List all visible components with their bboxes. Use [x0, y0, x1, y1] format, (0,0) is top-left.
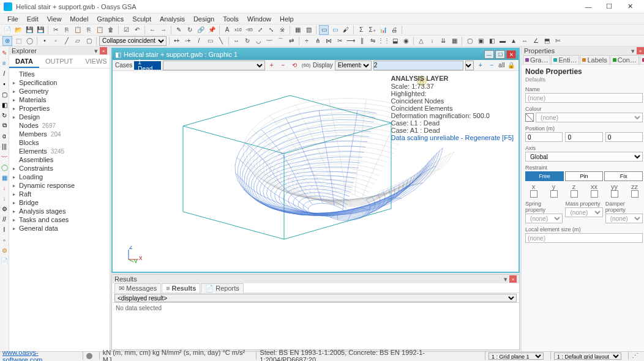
cube-icon[interactable]: ◧	[487, 36, 496, 46]
connect-icon[interactable]: ⇄	[286, 36, 296, 46]
grid-icon[interactable]: ▦	[293, 25, 302, 35]
add-elem-icon[interactable]: ▫+	[183, 36, 193, 46]
new-icon[interactable]: 📄	[2, 25, 12, 35]
tree-item[interactable]: Members204	[9, 130, 110, 138]
restraint-fix-button[interactable]: Fix	[604, 171, 643, 181]
record-icon[interactable]	[86, 353, 92, 359]
tree-item[interactable]: ▸Bridge	[9, 198, 110, 207]
ptab-graphics[interactable]: Gra…	[523, 55, 550, 65]
rail-line-icon[interactable]: /	[0, 69, 9, 78]
close-panel-icon[interactable]: ×	[637, 47, 644, 54]
tab-messages[interactable]: ✉Messages	[114, 283, 161, 293]
menu-view[interactable]: View	[43, 15, 66, 23]
dof-checkbox[interactable]: y	[550, 183, 558, 198]
rotate-icon[interactable]: ↻	[242, 36, 252, 46]
pin-icon[interactable]: ▾	[629, 47, 637, 54]
cursor-icon[interactable]: ⊕	[2, 36, 12, 46]
pos-x-input[interactable]	[525, 132, 563, 142]
delete-icon[interactable]: 🗑	[106, 25, 116, 35]
ptab-entities[interactable]: Enti…	[551, 55, 579, 65]
gridplane-select[interactable]: 1 : Grid plane 1	[489, 352, 544, 360]
entity-input[interactable]	[373, 61, 463, 70]
case-remove-icon[interactable]: −	[278, 61, 288, 70]
rail-iii-icon[interactable]: |||	[0, 142, 9, 151]
brush-icon[interactable]: 🖌	[341, 25, 351, 35]
dof-checkbox[interactable]: x	[530, 183, 537, 198]
diag-tool-icon[interactable]: ╲	[216, 36, 226, 46]
revolve-icon[interactable]: ◉	[401, 36, 411, 46]
curve-icon[interactable]: ⌒	[275, 36, 285, 46]
x85-icon[interactable]: ÷85	[244, 25, 254, 35]
load-icon[interactable]: ↓	[427, 36, 437, 46]
tab-reports[interactable]: 📄Reports	[201, 283, 244, 293]
rail-down-icon[interactable]: ↓	[0, 184, 9, 192]
move-icon[interactable]: ↔	[231, 36, 241, 46]
copy2-icon[interactable]: ⎘	[84, 25, 94, 35]
text-icon[interactable]: A	[222, 25, 232, 35]
restraint-free-button[interactable]: Free	[525, 171, 564, 181]
extend-icon[interactable]: ⟶	[346, 36, 356, 46]
tab-data[interactable]: DATA	[9, 55, 39, 68]
checkbox-icon[interactable]	[631, 190, 638, 198]
split-icon[interactable]: ⋔	[313, 36, 323, 46]
pin-icon[interactable]: 📌	[207, 25, 217, 35]
gridlayout-select[interactable]: 1 : Default grid layout	[554, 352, 621, 360]
save-icon[interactable]: 💾	[24, 25, 34, 35]
pencil-icon[interactable]: ✎	[174, 25, 184, 35]
menu-window[interactable]: Window	[244, 15, 275, 23]
tree-item[interactable]: ▸Tasks and cases	[9, 215, 110, 224]
spline-icon[interactable]: 〰	[264, 36, 274, 46]
support-icon[interactable]: △	[416, 36, 426, 46]
colour-select[interactable]: (none)	[536, 113, 643, 122]
symbol-icon[interactable]: ※	[277, 25, 287, 35]
case-add-icon[interactable]: +	[267, 61, 277, 70]
rail-box-icon[interactable]: ▢	[0, 90, 9, 99]
plane-icon[interactable]: ▬	[498, 36, 507, 46]
menu-tools[interactable]: Tools	[219, 15, 242, 23]
expand-icon[interactable]: ⤢	[255, 25, 265, 35]
tree-item[interactable]: ▸Raft	[9, 190, 110, 198]
window-mode-icon[interactable]: ▭	[330, 25, 340, 35]
ptab-contours[interactable]: Con…	[610, 55, 639, 65]
results-select[interactable]: <displayed result>	[114, 294, 517, 302]
rail-beam-icon[interactable]: I	[0, 225, 9, 234]
localsize-input[interactable]	[525, 233, 643, 243]
tree-item[interactable]: Nodes2697	[9, 121, 110, 130]
all-label[interactable]: all	[498, 62, 504, 69]
maximize-button[interactable]: ☐	[599, 1, 620, 13]
pos-z-input[interactable]	[605, 132, 643, 142]
disp-remove-icon[interactable]: −	[487, 61, 497, 70]
rail-slash-icon[interactable]: //	[0, 215, 9, 223]
tree-item[interactable]: ▸Design	[9, 113, 110, 121]
close-panel-icon[interactable]: ×	[100, 47, 107, 54]
menu-help[interactable]: Help	[276, 15, 298, 23]
lasso-icon[interactable]: ◯	[24, 36, 34, 46]
cases-combo[interactable]	[163, 61, 265, 70]
dof-checkbox[interactable]: zz	[631, 183, 638, 198]
mesh-icon[interactable]: ▦	[449, 36, 459, 46]
snap-icon[interactable]: ▧	[304, 25, 313, 35]
name-input[interactable]	[525, 93, 643, 103]
close-button[interactable]: ✕	[620, 1, 640, 13]
dashed-icon[interactable]: ⬚	[13, 36, 23, 46]
tree-item[interactable]: Assemblies	[9, 155, 110, 164]
tree-item[interactable]: ▸Geometry	[9, 87, 110, 95]
tree-item[interactable]: Elements3245	[9, 147, 110, 155]
menu-graphics[interactable]: Graphics	[93, 15, 127, 23]
trim-icon[interactable]: ✂	[335, 36, 345, 46]
angle-icon[interactable]: ∠	[531, 36, 541, 46]
pin-icon[interactable]: ▾	[92, 47, 100, 54]
link-icon[interactable]: 🔗	[196, 25, 206, 35]
menu-model[interactable]: Model	[66, 15, 92, 23]
sigma2-icon[interactable]: Σ₊	[367, 25, 377, 35]
minimize-button[interactable]: —	[578, 1, 599, 13]
tree-item[interactable]: ▸Materials	[9, 95, 110, 104]
gv-min-button[interactable]: —	[484, 50, 494, 59]
menu-file[interactable]: File	[4, 15, 22, 23]
checkbox-icon[interactable]	[530, 190, 537, 198]
section-icon[interactable]: ⬒	[542, 36, 552, 46]
rail-gear-icon[interactable]: ⚙	[0, 246, 9, 255]
cases-value[interactable]: 1 Dead	[134, 61, 161, 70]
case-reset-icon[interactable]: ⟲	[290, 61, 299, 70]
paste2-icon[interactable]: 📋	[95, 25, 105, 35]
